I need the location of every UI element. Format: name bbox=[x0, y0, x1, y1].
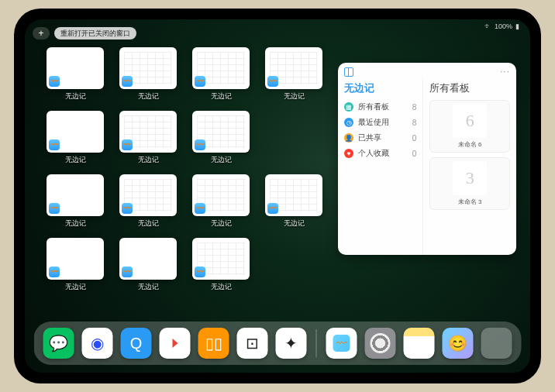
window-thumbnail: 〰 bbox=[192, 111, 250, 153]
dock-app-dots[interactable]: ⊡ bbox=[237, 328, 268, 359]
category-count: 0 bbox=[412, 150, 417, 158]
window-thumbnail: 〰 bbox=[47, 47, 104, 89]
freeform-app-icon: 〰 bbox=[122, 139, 133, 150]
window-tile-label: 无边记 bbox=[211, 91, 232, 101]
dock-app-wechat[interactable]: 💬 bbox=[43, 328, 74, 359]
window-thumbnail: 〰 bbox=[119, 174, 177, 216]
ellipsis-icon[interactable]: ··· bbox=[500, 66, 510, 77]
category-grid[interactable]: ▦所有看板8 bbox=[344, 101, 416, 112]
window-tile[interactable]: 〰无边记 bbox=[191, 174, 251, 233]
dock-app-play[interactable] bbox=[160, 328, 191, 359]
battery-icon: ▮ bbox=[515, 22, 519, 30]
category-count: 0 bbox=[412, 134, 417, 143]
freeform-app-icon: 〰 bbox=[195, 266, 205, 277]
freeform-panel[interactable]: ··· 无边记 ▦所有看板8◷最近使用8👤已共享0♥个人收藏0 所有看板 6未命… bbox=[338, 63, 516, 255]
window-tile-label: 无边记 bbox=[65, 282, 86, 292]
dock-app-books[interactable]: ▯▯ bbox=[198, 328, 229, 359]
freeform-app-icon: 〰 bbox=[195, 203, 205, 214]
panel-left-title: 无边记 bbox=[344, 81, 416, 95]
dock-app-memoji[interactable]: 😊 bbox=[443, 328, 474, 359]
freeform-app-icon: 〰 bbox=[122, 76, 133, 87]
dock-app-folder[interactable] bbox=[481, 328, 512, 359]
window-tile[interactable]: 〰无边记 bbox=[191, 238, 251, 297]
window-tile[interactable]: 〰无边记 bbox=[191, 111, 251, 170]
category-person[interactable]: 👤已共享0 bbox=[344, 132, 416, 143]
category-label: 个人收藏 bbox=[358, 148, 389, 159]
window-tile[interactable]: 〰无边记 bbox=[45, 47, 105, 106]
window-tile-label: 无边记 bbox=[65, 155, 86, 165]
window-tile-label: 无边记 bbox=[138, 218, 159, 229]
status-bar: ᯤ 100% ▮ bbox=[484, 22, 519, 30]
person-icon: 👤 bbox=[344, 133, 353, 143]
category-label: 最近使用 bbox=[358, 117, 389, 128]
window-thumbnail: 〰 bbox=[119, 111, 177, 153]
freeform-app-icon: 〰 bbox=[49, 76, 60, 87]
panel-content: 所有看板 6未命名 63未命名 3 bbox=[423, 78, 516, 255]
window-tile-label: 无边记 bbox=[138, 155, 159, 165]
freeform-app-icon: 〰 bbox=[49, 139, 60, 150]
window-tile[interactable]: 〰无边记 bbox=[264, 47, 324, 106]
board-caption: 未命名 3 bbox=[458, 198, 482, 206]
board-thumbnail: 3 bbox=[453, 161, 487, 195]
category-count: 8 bbox=[412, 103, 417, 112]
dock-divider bbox=[316, 329, 317, 357]
dock-app-settings[interactable] bbox=[365, 328, 396, 359]
window-thumbnail: 〰 bbox=[47, 111, 104, 153]
window-thumbnail: 〰 bbox=[119, 47, 177, 89]
window-thumbnail: 〰 bbox=[47, 174, 104, 216]
window-thumbnail: 〰 bbox=[265, 47, 322, 89]
freeform-app-icon: 〰 bbox=[122, 203, 133, 214]
plus-icon: + bbox=[38, 28, 43, 39]
window-thumbnail: 〰 bbox=[47, 238, 104, 280]
dock: 💬◉Q▯▯⊡✦😊 bbox=[34, 322, 522, 365]
top-controls: + 重新打开已关闭的窗口 bbox=[33, 27, 136, 40]
sidebar-icon[interactable] bbox=[344, 67, 353, 77]
wifi-icon: ᯤ bbox=[484, 22, 491, 30]
battery-text: 100% bbox=[495, 22, 512, 30]
reopen-label: 重新打开已关闭的窗口 bbox=[60, 29, 130, 39]
window-tile[interactable]: 〰无边记 bbox=[118, 174, 178, 233]
window-tile[interactable]: 〰无边记 bbox=[118, 111, 178, 170]
window-grid: 〰无边记〰无边记〰无边记〰无边记〰无边记〰无边记〰无边记〰无边记〰无边记〰无边记… bbox=[45, 47, 324, 297]
category-heart[interactable]: ♥个人收藏0 bbox=[344, 148, 416, 159]
freeform-app-icon: 〰 bbox=[267, 76, 278, 87]
dock-app-browser2[interactable]: Q bbox=[121, 328, 152, 359]
freeform-app-icon: 〰 bbox=[195, 139, 205, 150]
add-tab-button[interactable]: + bbox=[33, 27, 50, 40]
freeform-app-icon: 〰 bbox=[195, 76, 205, 87]
panel-sidebar: 无边记 ▦所有看板8◷最近使用8👤已共享0♥个人收藏0 bbox=[338, 78, 423, 255]
category-count: 8 bbox=[412, 119, 417, 127]
window-tile[interactable]: 〰无边记 bbox=[45, 111, 105, 170]
category-label: 所有看板 bbox=[358, 101, 389, 112]
window-tile[interactable]: 〰无边记 bbox=[45, 238, 105, 297]
window-tile[interactable]: 〰无边记 bbox=[118, 47, 178, 106]
board-caption: 未命名 6 bbox=[458, 140, 482, 149]
dock-app-freeform[interactable] bbox=[326, 328, 357, 359]
category-clock[interactable]: ◷最近使用8 bbox=[344, 117, 416, 128]
window-thumbnail: 〰 bbox=[192, 47, 250, 89]
freeform-app-icon: 〰 bbox=[49, 266, 60, 277]
screen: ᯤ 100% ▮ + 重新打开已关闭的窗口 〰无边记〰无边记〰无边记〰无边记〰无… bbox=[25, 19, 530, 373]
window-thumbnail: 〰 bbox=[265, 174, 322, 216]
window-tile-label: 无边记 bbox=[65, 218, 86, 229]
window-tile[interactable]: 〰无边记 bbox=[45, 174, 105, 233]
freeform-app-icon: 〰 bbox=[122, 266, 133, 277]
dock-app-notes[interactable] bbox=[404, 328, 435, 359]
window-tile-label: 无边记 bbox=[211, 155, 232, 165]
window-tile-label: 无边记 bbox=[284, 91, 305, 101]
board-card[interactable]: 3未命名 3 bbox=[429, 157, 510, 210]
heart-icon: ♥ bbox=[344, 149, 353, 158]
category-label: 已共享 bbox=[358, 132, 381, 143]
dock-app-graph[interactable]: ✦ bbox=[276, 328, 307, 359]
window-tile[interactable]: 〰无边记 bbox=[191, 47, 251, 106]
window-tile[interactable]: 〰无边记 bbox=[118, 238, 178, 297]
reopen-closed-window-button[interactable]: 重新打开已关闭的窗口 bbox=[54, 27, 136, 40]
board-card[interactable]: 6未命名 6 bbox=[429, 100, 510, 153]
board-thumbnail: 6 bbox=[453, 104, 487, 138]
window-tile-label: 无边记 bbox=[138, 282, 159, 292]
dock-app-browser1[interactable]: ◉ bbox=[82, 328, 113, 359]
panel-right-title: 所有看板 bbox=[429, 81, 510, 95]
window-tile[interactable]: 〰无边记 bbox=[264, 174, 324, 233]
clock-icon: ◷ bbox=[344, 118, 353, 127]
tablet-frame: ᯤ 100% ▮ + 重新打开已关闭的窗口 〰无边记〰无边记〰无边记〰无边记〰无… bbox=[14, 9, 541, 383]
